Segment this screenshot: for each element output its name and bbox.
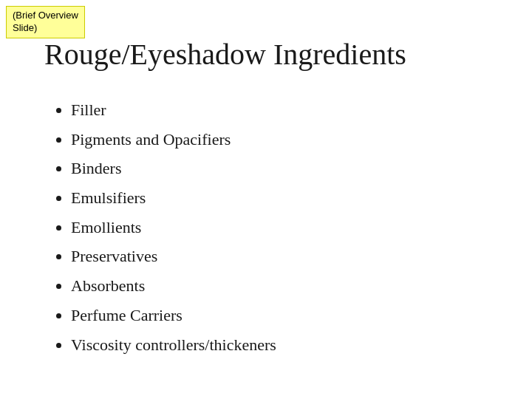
list-item: Binders <box>71 157 488 180</box>
slide-label-badge: (Brief Overview Slide) <box>6 6 85 38</box>
list-item: Absorbents <box>71 275 488 297</box>
list-item: Preservatives <box>71 245 488 267</box>
list-item: Viscosity controllers/thickeners <box>71 334 488 356</box>
list-item: Filler <box>71 99 488 121</box>
ingredients-list: FillerPigments and OpacifiersBindersEmul… <box>44 99 488 355</box>
slide-label-text-line2: Slide) <box>13 22 37 33</box>
list-item: Perfume Carriers <box>71 304 488 327</box>
page-title: Rouge/Eyeshadow Ingredients <box>44 37 488 72</box>
list-item: Emulsifiers <box>71 187 488 209</box>
list-item: Pigments and Opacifiers <box>71 129 488 151</box>
slide-content: Rouge/Eyeshadow Ingredients FillerPigmen… <box>0 0 532 392</box>
list-item: Emollients <box>71 216 488 239</box>
slide-label-text-line1: (Brief Overview <box>13 10 78 21</box>
